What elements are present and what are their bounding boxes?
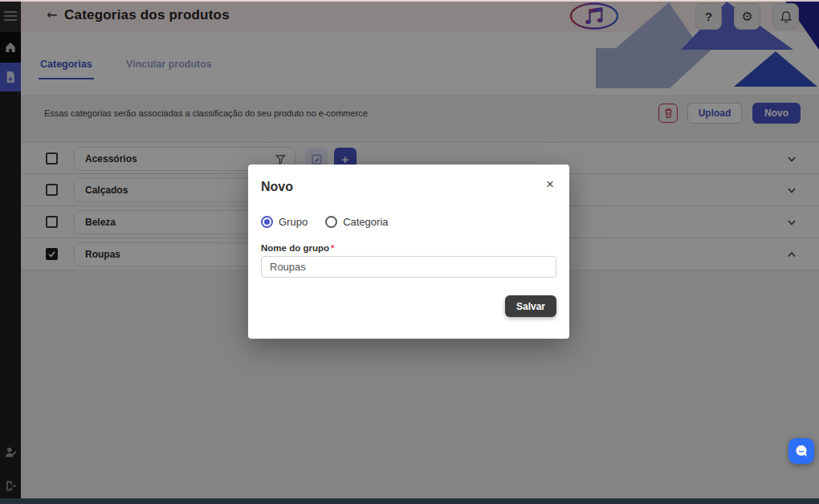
type-radio-group: Grupo Categoria bbox=[261, 216, 406, 228]
modal-title: Novo bbox=[261, 180, 293, 194]
group-name-input[interactable] bbox=[261, 256, 556, 278]
radio-categoria[interactable] bbox=[325, 216, 337, 228]
radio-categoria-label: Categoria bbox=[343, 216, 388, 228]
radio-grupo[interactable] bbox=[261, 216, 273, 228]
chat-widget-button[interactable] bbox=[788, 438, 814, 464]
top-edge-strip bbox=[0, 0, 819, 2]
novo-modal: Novo × Grupo Categoria Nome do grupo* Sa… bbox=[248, 165, 569, 339]
group-name-label: Nome do grupo* bbox=[261, 243, 334, 253]
radio-grupo-label: Grupo bbox=[279, 216, 308, 228]
close-icon[interactable]: × bbox=[542, 177, 558, 193]
chat-bubble-icon bbox=[793, 442, 810, 460]
required-marker: * bbox=[331, 243, 334, 253]
save-button[interactable]: Salvar bbox=[505, 295, 556, 317]
